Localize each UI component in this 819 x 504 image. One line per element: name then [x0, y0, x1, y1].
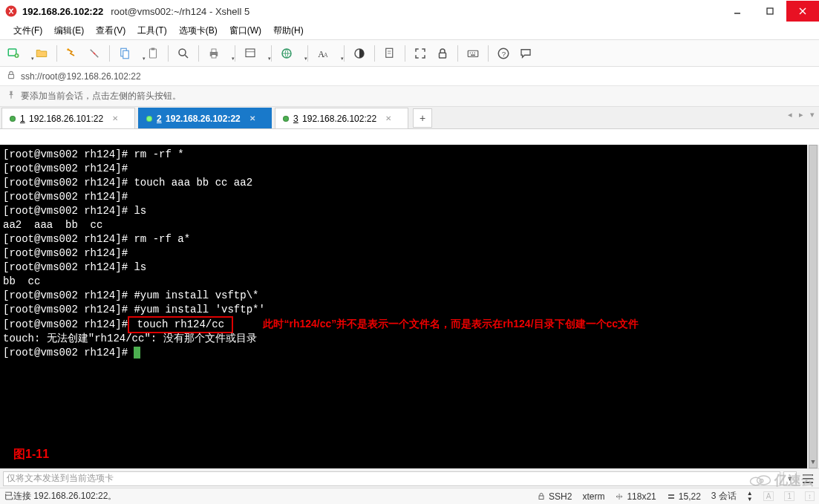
search-button[interactable] [173, 43, 194, 64]
tab-scroll-arrows[interactable]: ◂ ▸ ▾ [788, 110, 815, 120]
svg-rect-23 [386, 48, 393, 57]
new-session-button[interactable]: ▾ [3, 43, 30, 64]
app-icon [4, 4, 18, 18]
svg-rect-27 [468, 50, 478, 56]
status-connected: 已连接 192.168.26.102:22。 [4, 490, 117, 503]
session-tab-3[interactable]: 3 192.168.26.102:22 ✕ [275, 108, 408, 128]
tab-close-icon[interactable]: ✕ [112, 114, 118, 122]
menu-edit[interactable]: 编辑(E) [48, 22, 90, 39]
terminal-line: [root@vms002 rh124]# #yum install 'vsftp… [3, 303, 816, 317]
encoding-button[interactable]: ▾ [276, 43, 303, 64]
terminal-line: [root@vms002 rh124]# ls [3, 261, 816, 275]
status-size: 118x21 [615, 491, 656, 502]
fullscreen-button[interactable] [410, 43, 431, 64]
terminal-line: [root@vms002 rh124]# [3, 246, 816, 261]
svg-text:?: ? [502, 49, 506, 57]
disconnect-button[interactable] [84, 43, 105, 64]
compose-target-dropdown[interactable]: ▼ [783, 471, 797, 486]
svg-rect-11 [151, 48, 155, 50]
menu-window[interactable]: 窗口(W) [223, 22, 267, 39]
tab-close-icon[interactable]: ✕ [249, 114, 255, 122]
keyboard-button[interactable] [463, 43, 483, 64]
compose-placeholder: 仅将文本发送到当前选项卡 [7, 472, 114, 485]
status-term-type: xterm [582, 491, 604, 502]
maximize-button[interactable] [754, 1, 786, 22]
terminal-line: [root@vms002 rh124]# rm -rf a* [3, 232, 816, 246]
lock-button[interactable] [432, 43, 453, 64]
status-dot-icon [10, 116, 16, 122]
lock-icon [6, 70, 16, 82]
reconnect-button[interactable] [62, 43, 82, 64]
minimize-button[interactable] [721, 1, 754, 22]
figure-label: 图1-11 [13, 447, 49, 461]
svg-rect-10 [150, 49, 157, 58]
svg-line-13 [185, 55, 188, 58]
tab-label: 192.168.26.102:22 [302, 114, 376, 124]
status-dot-icon [146, 116, 152, 122]
status-protocol: SSH2 [537, 491, 572, 502]
address-bar: ssh://root@192.168.26.102:22 [0, 67, 819, 86]
svg-rect-16 [212, 54, 216, 58]
compose-input[interactable]: 仅将文本发送到当前选项卡 [3, 471, 780, 486]
add-tab-button[interactable]: + [413, 108, 432, 128]
title-bar: 192.168.26.102:22 root@vms002:~/rh124 - … [0, 0, 819, 22]
toolbar: ▾ ▾ ▾ ▾ ▾ AA▾ ? [0, 40, 819, 67]
help-button[interactable]: ? [493, 43, 514, 64]
session-tab-1[interactable]: 1 192.168.26.101:22 ✕ [1, 108, 135, 128]
tab-strip: 1 192.168.26.101:22 ✕ 2 192.168.26.102:2… [0, 107, 819, 129]
status-caps: A [763, 491, 774, 501]
svg-point-7 [67, 48, 69, 50]
menu-tools[interactable]: 工具(T) [131, 22, 172, 39]
svg-rect-36 [539, 496, 544, 500]
menu-help[interactable]: 帮助(H) [267, 22, 310, 39]
terminal-line: [root@vms002 rh124]# [3, 162, 816, 176]
status-scroll: ↕ [805, 491, 815, 501]
terminal-line: aa2 aaa bb cc [3, 218, 816, 232]
window-subtitle: root@vms002:~/rh124 - Xshell 5 [111, 6, 249, 17]
terminal-scrollbar[interactable]: ▲ ▼ [807, 145, 819, 468]
terminal-line-highlighted: [root@vms002 rh124]# touch rh124/cc 此时“r… [3, 317, 816, 332]
compose-menu-button[interactable] [800, 471, 816, 486]
open-button[interactable] [31, 43, 52, 64]
session-tab-2[interactable]: 2 192.168.26.102:22 ✕ [138, 108, 272, 128]
svg-rect-9 [123, 50, 129, 59]
forum-button[interactable] [515, 43, 536, 64]
color-scheme-button[interactable] [349, 43, 370, 64]
paste-button[interactable] [143, 43, 163, 64]
terminal-line: [root@vms002 rh124]# ls [3, 204, 816, 218]
pin-icon[interactable] [6, 90, 16, 102]
address-url[interactable]: ssh://root@192.168.26.102:22 [21, 71, 813, 82]
tab-label: 192.168.26.101:22 [29, 114, 103, 124]
tab-close-icon[interactable]: ✕ [385, 114, 391, 122]
menu-tabs[interactable]: 选项卡(B) [173, 22, 223, 39]
cursor-icon [134, 347, 140, 359]
properties-button[interactable]: ▾ [240, 43, 267, 64]
svg-point-30 [474, 52, 476, 53]
font-button[interactable]: AA▾ [313, 43, 339, 64]
terminal-line: [root@vms002 rh124]# [3, 190, 816, 204]
svg-point-29 [472, 52, 474, 53]
close-button[interactable] [786, 1, 819, 22]
scroll-down-icon[interactable]: ▼ [807, 456, 819, 468]
terminal-prompt: [root@vms002 rh124]# [3, 346, 816, 360]
compose-bar: 仅将文本发送到当前选项卡 ▼ [0, 468, 819, 488]
terminal-line: touch: 无法创建"rh124/cc": 没有那个文件或目录 [3, 332, 816, 346]
terminal[interactable]: [root@vms002 rh124]# rm -rf * [root@vms0… [0, 145, 819, 468]
menu-view[interactable]: 查看(V) [90, 22, 131, 39]
scrollbar-thumb[interactable] [809, 145, 818, 468]
status-sessions: 3 会话 [711, 490, 737, 503]
terminal-line: bb cc [3, 275, 816, 289]
status-cursor-pos: 15,22 [667, 491, 701, 502]
print-button[interactable]: ▾ [203, 43, 230, 64]
status-dot-icon [283, 116, 289, 122]
copy-button[interactable]: ▾ [114, 43, 141, 64]
svg-rect-17 [246, 49, 255, 57]
status-sessions-updown[interactable]: ▲▼ [747, 491, 753, 503]
svg-point-28 [470, 52, 472, 53]
menu-file[interactable]: 文件(F) [7, 22, 48, 39]
svg-rect-34 [9, 74, 14, 78]
logging-button[interactable] [379, 43, 400, 64]
window-controls [721, 1, 819, 22]
terminal-line: [root@vms002 rh124]# touch aaa bb cc aa2 [3, 176, 816, 190]
svg-point-12 [179, 49, 186, 56]
